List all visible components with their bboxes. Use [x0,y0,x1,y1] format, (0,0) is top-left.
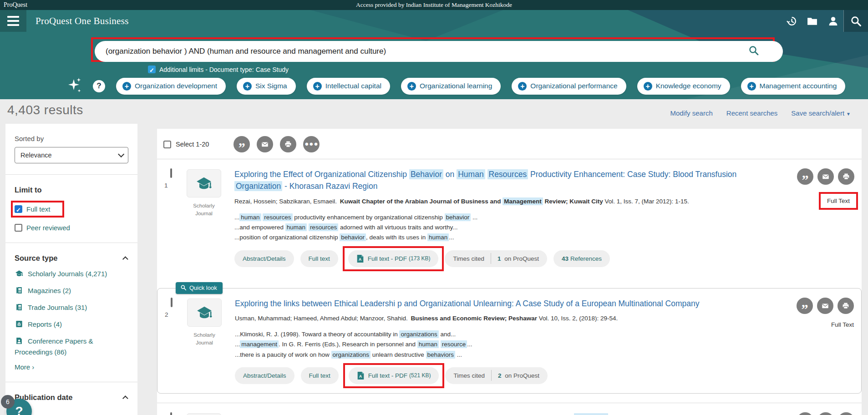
full-text-availability: Full Text [770,321,854,328]
cite-icon[interactable]: ” [233,136,250,152]
divider [5,243,137,243]
source-type-item[interactable]: Reports (4) [15,319,128,330]
topic-chip[interactable]: +Organizational performance [512,78,626,95]
result-byline-text: Review; Kuwait City [543,198,603,205]
print-icon[interactable] [838,412,854,415]
email-icon[interactable] [257,136,273,152]
references-button[interactable]: 43References [553,250,610,267]
result-select-column: 2 [163,298,180,384]
result-snippets: ...human resources productivity enhancem… [234,213,758,243]
folder-icon[interactable] [802,10,822,32]
times-cited-button[interactable]: Times cited2 on ProQuest [445,367,548,384]
additional-limits[interactable]: ✓ Additional limits - Document type: Cas… [148,66,289,73]
add-topic-icon: + [747,82,756,91]
result-title-text: Human [457,169,485,179]
topic-chip-label: Management accounting [760,82,837,90]
menu-icon[interactable] [0,10,26,32]
on-proquest-link[interactable]: 2 on ProQuest [492,372,548,379]
result-checkbox[interactable] [170,412,172,415]
source-type-item[interactable]: Magazines (2) [15,285,128,296]
result-thumbnail[interactable] [187,299,222,327]
abstract-details-button[interactable]: Abstract/Details [234,250,294,267]
snippet-text: human [417,340,439,348]
result-body: Exploring the links between Ethical Lead… [228,298,770,384]
annotation-box: AFull text - PDF(173 KB) [343,246,444,271]
topic-chip[interactable]: +Intellectual capital [307,78,390,95]
topic-chip[interactable]: +Organization development [116,78,226,95]
full-text-button[interactable]: Full text [300,250,338,267]
source-type-item[interactable]: Conference Papers & Proceedings (86) [15,336,128,358]
checkbox[interactable]: ✓ [15,205,22,213]
email-icon[interactable] [817,298,833,314]
results-link-recent-searches[interactable]: Recent searches [726,109,778,117]
top-institution-bar: ProQuest Access provided by Indian Insti… [0,0,868,10]
reference-count: 43 [562,255,569,262]
result-type-label: ScholarlyJournal [180,331,228,347]
cite-icon[interactable]: ” [797,298,813,314]
account-icon[interactable] [822,10,843,32]
sort-dropdown[interactable]: Relevance [15,147,128,163]
more-icon[interactable]: ●●● [303,136,320,152]
result-byline-text: Kuwait Chapter of the Arabian Journal of… [340,198,503,205]
result-thumbnail[interactable] [187,413,221,415]
full-text-pdf-button[interactable]: AFull text - PDF(173 KB) [348,250,439,267]
topic-chip[interactable]: +Six Sigma [237,78,296,95]
result-action-icons: ” [770,298,854,314]
result-checkbox[interactable] [171,298,173,307]
full-text-pdf-button[interactable]: AFull text - PDF(521 KB) [349,367,439,384]
results-link-modify-search[interactable]: Modify search [670,109,712,117]
print-icon[interactable] [838,298,854,314]
help-icon[interactable]: ? [93,80,105,92]
source-type-item[interactable]: Scholarly Journals (4,271) [15,268,128,279]
chevron-up-icon[interactable] [122,256,128,262]
print-icon[interactable] [280,136,296,152]
result-item-3: 3ScholarlyJournalThe Impact of Organizat… [157,403,862,415]
snippet-text: and... [439,331,456,338]
on-proquest-link[interactable]: 1 on ProQuest [491,255,547,262]
times-cited-button[interactable]: Times cited1 on ProQuest [445,250,547,267]
result-title-link[interactable]: Exploring the links between Ethical Lead… [235,298,758,309]
abstract-details-button[interactable]: Abstract/Details [235,367,294,384]
result-title-link[interactable]: The Impact of Organizational Learning on… [234,412,758,415]
result-byline-text: Management [503,197,543,205]
results-link-save-search-alert[interactable]: Save search/alert▼ [791,109,851,117]
button-label: Abstract/Details [243,372,286,379]
print-icon[interactable] [838,168,854,185]
limit-full-text[interactable]: ✓Full text [15,201,128,218]
full-text-button[interactable]: Full text [301,367,339,384]
result-item-1: 1ScholarlyJournalExploring the Effect of… [157,159,862,276]
history-icon[interactable] [781,10,802,32]
cite-icon[interactable]: ” [797,168,813,185]
snippet-text: human [427,233,449,241]
snippet-text: resource [441,340,467,348]
checkbox[interactable] [15,224,22,232]
topic-chip[interactable]: +Management accounting [741,78,846,95]
snippet-text: ... [449,234,454,241]
result-byline-text: Rezai, Hossein; Sabzikaran, Esmaeil. [234,198,340,205]
search-input[interactable] [95,41,748,62]
result-action-icons: ” [770,412,854,415]
cite-icon[interactable]: ” [797,412,813,415]
result-checkbox[interactable] [170,168,172,178]
snippet-text: human [285,223,307,231]
search-icon[interactable] [843,10,868,32]
quick-look-button[interactable]: Quick look [176,282,223,294]
snippet-text: productivity enhancement by organization… [293,214,445,221]
source-type-item[interactable]: Trade Journals (31) [15,302,128,313]
email-icon[interactable] [817,168,834,185]
result-thumbnail[interactable] [187,169,221,197]
chevron-up-icon[interactable] [122,395,128,401]
limit-peer-reviewed[interactable]: Peer reviewed [15,224,128,232]
select-all-checkbox[interactable] [163,141,171,148]
source-type-more-link[interactable]: More › [15,363,128,371]
button-label: Full text [309,372,330,379]
search-submit-icon[interactable] [748,45,759,58]
add-topic-icon: + [407,82,416,91]
result-title-link[interactable]: Exploring the Effect of Organizational C… [234,168,758,192]
topic-chip[interactable]: +Organizational learning [401,78,501,95]
additional-limits-checkbox[interactable]: ✓ [148,66,156,73]
search-bar[interactable] [95,41,783,62]
topic-chip[interactable]: +Knowledge economy [637,78,730,95]
email-icon[interactable] [817,412,834,415]
snippet-line: ...there is a paucity of work on how org… [235,350,758,360]
